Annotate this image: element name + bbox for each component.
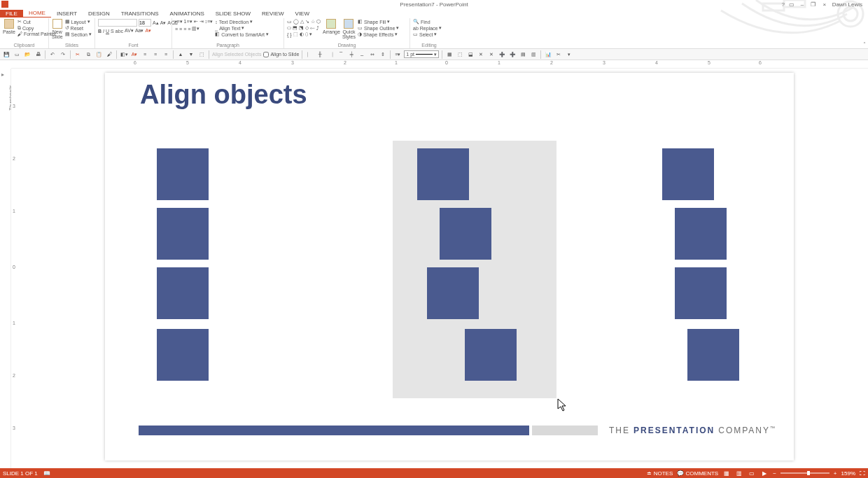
shrink-font-icon[interactable]: A▾ <box>160 20 167 26</box>
spellcheck-icon[interactable]: 📖 <box>43 470 50 477</box>
indent-left-button[interactable]: ⇤ <box>194 19 198 24</box>
qat-distribute-h[interactable]: ⇔ <box>368 50 377 59</box>
qat-shape-fill-button[interactable]: ◧▾ <box>120 50 128 59</box>
indent-right-button[interactable]: ⇥ <box>200 19 204 24</box>
reset-button[interactable]: ↺Reset <box>65 25 92 31</box>
qat-cut-button[interactable]: ✂ <box>74 50 82 59</box>
qat-dist-rows[interactable]: ▤ <box>519 50 527 59</box>
qat-align-left-button[interactable]: ≡ <box>141 50 149 59</box>
font-name-input[interactable] <box>98 19 137 27</box>
shape-square[interactable] <box>157 329 209 381</box>
qat-dist-cols[interactable]: ▥ <box>529 50 538 59</box>
qat-insert-col[interactable]: ➕ <box>508 50 517 59</box>
qat-line-style-button[interactable]: ≡▾ <box>393 50 402 59</box>
notes-button[interactable]: ≐ NOTES <box>647 470 673 477</box>
qat-delete-row[interactable]: ✕ <box>477 50 485 59</box>
slide-title[interactable]: Align objects <box>140 80 307 110</box>
qat-align-objects-middle[interactable]: ╪ <box>347 50 356 59</box>
qat-bring-front-button[interactable]: ▲ <box>176 50 185 59</box>
tab-view[interactable]: VIEW <box>290 10 315 17</box>
find-button[interactable]: 🔍Find <box>413 19 442 24</box>
text-direction-button[interactable]: ↕Text Direction▾ <box>215 19 269 24</box>
qat-align-objects-center[interactable]: ╫ <box>316 50 324 59</box>
tab-insert[interactable]: INSERT <box>51 10 83 17</box>
slide-canvas[interactable]: Align objects THE PRESENTATION <box>21 69 868 468</box>
qat-print-button[interactable]: 🖶 <box>34 50 42 59</box>
layout-button[interactable]: ▦Layout▾ <box>65 19 92 24</box>
qat-new-button[interactable]: ▭ <box>13 50 21 59</box>
spacing-button[interactable]: AV▾ <box>125 28 134 34</box>
tab-transitions[interactable]: TRANSITIONS <box>115 10 164 17</box>
qat-align-objects-left[interactable]: ⎸ <box>305 50 314 59</box>
tab-home[interactable]: HOME <box>23 9 51 17</box>
slide[interactable]: Align objects THE PRESENTATION <box>105 73 794 461</box>
thumbnail-pane[interactable]: ▸ Thumbnails <box>0 69 11 468</box>
zoom-out-button[interactable]: − <box>773 470 776 477</box>
shape-square[interactable] <box>157 148 209 200</box>
minimize-button[interactable]: – <box>799 1 806 8</box>
arrange-button[interactable]: Arrange <box>323 19 340 34</box>
restore-button[interactable]: ❐ <box>810 1 817 8</box>
qat-paste-button[interactable]: 📋 <box>94 50 103 59</box>
tab-slideshow[interactable]: SLIDE SHOW <box>210 10 256 17</box>
shape-fill-button[interactable]: ◧Shape Fill▾ <box>358 19 399 24</box>
tab-design[interactable]: DESIGN <box>83 10 115 17</box>
shape-square[interactable] <box>662 148 714 200</box>
qat-chart[interactable]: 📊 <box>544 50 552 59</box>
shape-square[interactable] <box>157 208 209 260</box>
align-to-slide-checkbox[interactable]: Align to Slide <box>263 52 299 57</box>
align-text-button[interactable]: ⎯Align Text▾ <box>215 25 269 31</box>
expand-thumbnails-icon[interactable]: ▸ <box>1 71 4 78</box>
comments-button[interactable]: 💬 COMMENTS <box>677 470 718 477</box>
line-spacing-button[interactable]: ↕≡▾ <box>205 19 214 24</box>
shape-square[interactable] <box>687 329 739 381</box>
shape-square[interactable] <box>157 267 209 319</box>
qat-insert-table[interactable]: ▦ <box>445 50 454 59</box>
close-button[interactable]: × <box>821 1 828 8</box>
shape-square[interactable] <box>675 267 727 319</box>
new-slide-button[interactable]: New Slide <box>52 19 63 39</box>
qat-align-center-button[interactable]: ≡ <box>151 50 160 59</box>
slideshow-view-button[interactable]: ▶ <box>760 470 769 477</box>
shadow-button[interactable]: S <box>111 29 114 34</box>
grow-font-icon[interactable]: A▴ <box>153 20 159 26</box>
shape-effects-button[interactable]: ◑Shape Effects▾ <box>358 31 399 37</box>
bold-button[interactable]: B <box>98 29 102 34</box>
qat-more[interactable]: ▾ <box>565 50 573 59</box>
qat-open-button[interactable]: 📂 <box>23 50 31 59</box>
normal-view-button[interactable]: ▦ <box>722 470 731 477</box>
qat-save-button[interactable]: 💾 <box>2 50 10 59</box>
qat-font-color-button[interactable]: A▾ <box>130 50 139 59</box>
shape-square[interactable] <box>675 208 727 260</box>
case-button[interactable]: Aa▾ <box>135 28 144 34</box>
align-left-button[interactable]: ≡ <box>175 27 178 31</box>
qat-align-objects-bottom[interactable]: ⎽ <box>358 50 366 59</box>
qat-crop[interactable]: ✂ <box>554 50 563 59</box>
shape-square[interactable] <box>465 329 517 381</box>
qat-redo-button[interactable]: ↷ <box>59 50 67 59</box>
shape-outline-button[interactable]: ▭Shape Outline▾ <box>358 25 399 31</box>
shape-square[interactable] <box>427 267 479 319</box>
help-icon[interactable]: ? <box>781 1 784 8</box>
smartart-button[interactable]: ◧Convert to SmartArt▾ <box>215 31 269 37</box>
tab-review[interactable]: REVIEW <box>256 10 290 17</box>
qat-format-painter-button[interactable]: 🖌 <box>105 50 113 59</box>
font-size-input[interactable] <box>139 19 151 27</box>
fit-to-window-button[interactable]: ⛶ <box>860 470 865 477</box>
sorter-view-button[interactable]: ▥ <box>735 470 743 477</box>
qat-align-objects-top[interactable]: ⎺ <box>337 50 345 59</box>
shape-square[interactable] <box>417 148 469 200</box>
qat-undo-button[interactable]: ↶ <box>48 50 57 59</box>
reading-view-button[interactable]: ▭ <box>748 470 756 477</box>
tab-file[interactable]: FILE <box>0 10 23 17</box>
align-center-button[interactable]: ≡ <box>179 27 182 31</box>
qat-merge-cells[interactable]: ⬚ <box>456 50 464 59</box>
numbering-button[interactable]: 1≡▾ <box>184 19 192 24</box>
align-right-button[interactable]: ≡ <box>183 27 186 31</box>
replace-button[interactable]: abReplace▾ <box>413 25 442 31</box>
zoom-in-button[interactable]: + <box>834 470 837 477</box>
collapse-ribbon-icon[interactable]: ˄ <box>863 41 866 48</box>
zoom-level[interactable]: 159% <box>841 470 855 477</box>
shapes-gallery[interactable]: ▭◯△↘☆⬡ ⬭⬒⬔◇⬳⤴ {}⬚◐⬯▾ <box>287 19 321 37</box>
font-color-button[interactable]: A▾ <box>145 28 151 34</box>
